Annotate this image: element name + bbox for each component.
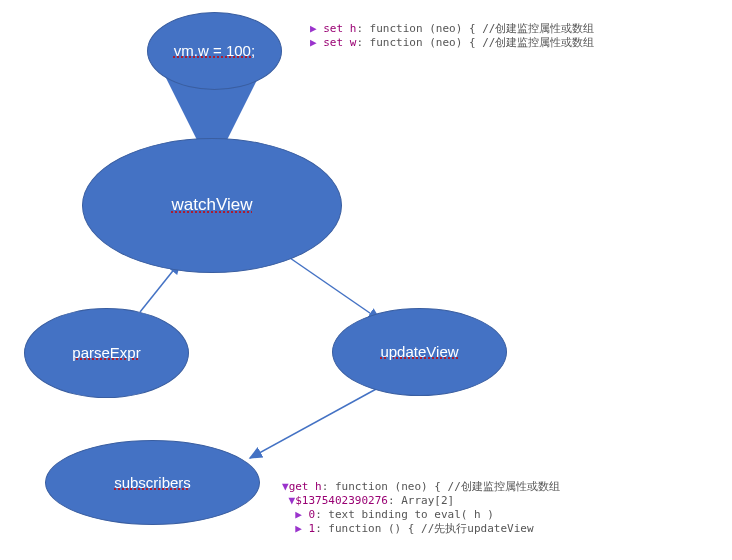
node-parseexpr-label: parseExpr [66,342,146,364]
node-parseexpr: parseExpr [24,308,189,398]
node-subscribers-label: subscribers [108,472,197,494]
node-updateview: updateView [332,308,507,396]
node-watchview: watchView [82,138,342,273]
code-block-setters: ▶ set h: function (neo) { //创建监控属性或数组 ▶ … [310,22,594,50]
diagram-canvas: vm.w = 100; watchView parseExpr updateVi… [0,0,732,560]
node-updateview-label: updateView [374,341,464,363]
node-vmw-label: vm.w = 100; [168,40,261,62]
arrow-updateview-to-subscribers [250,388,378,458]
node-subscribers: subscribers [45,440,260,525]
arrow-watchview-to-updateview [290,258,380,320]
node-watchview-label: watchView [166,193,259,217]
code-block-getters: ▼get h: function (neo) { //创建监控属性或数组 ▼$1… [282,480,560,536]
node-vmw: vm.w = 100; [147,12,282,90]
